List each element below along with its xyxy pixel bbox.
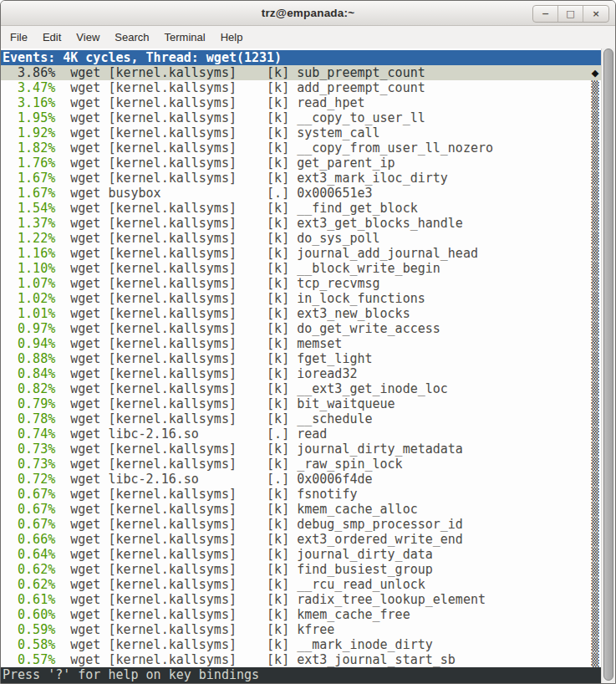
perf-row[interactable]: 0.66% wget [kernel.kallsyms] [k] ext3_or… bbox=[1, 532, 601, 547]
row-symbol-text: wget [kernel.kallsyms] [k] do_sys_poll bbox=[55, 231, 379, 246]
perf-row[interactable]: 3.47% wget [kernel.kallsyms] [k] add_pre… bbox=[1, 80, 601, 95]
close-button[interactable]: × bbox=[583, 6, 608, 22]
scroll-track-icon: ▒ bbox=[591, 291, 598, 306]
scroll-track-icon: ▒ bbox=[591, 201, 598, 216]
perf-row[interactable]: 1.82% wget [kernel.kallsyms] [k] __copy_… bbox=[1, 140, 601, 156]
perf-row[interactable]: 0.62% wget [kernel.kallsyms] [k] __rcu_r… bbox=[1, 577, 601, 592]
row-symbol-text: wget [kernel.kallsyms] [k] system_call bbox=[55, 125, 379, 140]
scroll-track-icon: ▒ bbox=[591, 502, 598, 517]
perf-row[interactable]: 0.59% wget [kernel.kallsyms] [k] kfree▒ bbox=[1, 622, 601, 637]
scroll-track-icon: ▒ bbox=[591, 336, 598, 351]
scroll-track-icon: ▒ bbox=[591, 276, 598, 291]
scroll-track-icon: ▒ bbox=[591, 562, 598, 577]
scroll-track-icon: ▒ bbox=[591, 472, 598, 487]
scroll-track-icon: ▒ bbox=[591, 396, 598, 411]
row-symbol-text: wget [kernel.kallsyms] [k] __copy_from_u… bbox=[55, 140, 493, 156]
menu-item-search[interactable]: Search bbox=[107, 28, 156, 47]
menu-item-help[interactable]: Help bbox=[213, 28, 251, 47]
maximize-button[interactable]: □ bbox=[558, 6, 583, 22]
perf-row[interactable]: 0.57% wget [kernel.kallsyms] [k] ext3_jo… bbox=[1, 652, 601, 667]
scroll-track-icon: ▒ bbox=[591, 381, 598, 396]
terminal-window: trz@empanada:~ − □ × FileEditViewSearchT… bbox=[0, 0, 616, 684]
scroll-position-icon: ◆ bbox=[591, 65, 598, 80]
perf-row[interactable]: 0.94% wget [kernel.kallsyms] [k] memset▒ bbox=[1, 336, 601, 351]
scroll-track-icon: ▒ bbox=[591, 532, 598, 547]
row-percent: 1.16% bbox=[3, 246, 55, 261]
perf-row[interactable]: 1.67% wget busybox [.] 0x000651e3▒ bbox=[1, 186, 601, 201]
perf-row[interactable]: 0.58% wget [kernel.kallsyms] [k] __mark_… bbox=[1, 637, 601, 652]
row-percent: 1.54% bbox=[3, 201, 55, 216]
perf-row[interactable]: 0.82% wget [kernel.kallsyms] [k] __ext3_… bbox=[1, 381, 601, 396]
perf-row[interactable]: 0.67% wget [kernel.kallsyms] [k] fsnotif… bbox=[1, 487, 601, 502]
window-title: trz@empanada:~ bbox=[262, 7, 355, 19]
row-symbol-text: wget [kernel.kallsyms] [k] fsnotify bbox=[55, 487, 357, 502]
scroll-track-icon: ▒ bbox=[591, 216, 598, 231]
menu-item-edit[interactable]: Edit bbox=[35, 28, 69, 47]
row-symbol-text: wget [kernel.kallsyms] [k] __copy_to_use… bbox=[55, 110, 425, 125]
perf-row[interactable]: 0.61% wget [kernel.kallsyms] [k] radix_t… bbox=[1, 592, 601, 607]
row-percent: 1.10% bbox=[3, 261, 55, 276]
row-symbol-text: wget [kernel.kallsyms] [k] kfree bbox=[55, 622, 334, 637]
perf-row[interactable]: 1.10% wget [kernel.kallsyms] [k] __block… bbox=[1, 261, 601, 276]
row-symbol-text: wget [kernel.kallsyms] [k] journal_dirty… bbox=[55, 547, 433, 562]
scrollbar-thumb[interactable] bbox=[603, 48, 613, 681]
perf-row[interactable]: 0.73% wget [kernel.kallsyms] [k] journal… bbox=[1, 442, 601, 457]
row-percent: 0.94% bbox=[3, 336, 55, 351]
perf-row[interactable]: 0.64% wget [kernel.kallsyms] [k] journal… bbox=[1, 547, 601, 562]
menu-item-file[interactable]: File bbox=[3, 28, 35, 47]
scroll-track-icon: ▒ bbox=[591, 487, 598, 502]
scroll-track-icon: ▒ bbox=[591, 652, 598, 667]
scroll-track-icon: ▒ bbox=[591, 95, 598, 110]
perf-row[interactable]: 1.67% wget [kernel.kallsyms] [k] ext3_ma… bbox=[1, 171, 601, 186]
menu-item-terminal[interactable]: Terminal bbox=[157, 28, 213, 47]
perf-row[interactable]: 1.02% wget [kernel.kallsyms] [k] in_lock… bbox=[1, 291, 601, 306]
perf-row[interactable]: 1.76% wget [kernel.kallsyms] [k] get_par… bbox=[1, 156, 601, 171]
perf-row[interactable]: 0.97% wget [kernel.kallsyms] [k] do_get_… bbox=[1, 321, 601, 336]
perf-row[interactable]: 1.95% wget [kernel.kallsyms] [k] __copy_… bbox=[1, 110, 601, 125]
perf-row[interactable]: 0.84% wget [kernel.kallsyms] [k] ioread3… bbox=[1, 366, 601, 381]
row-symbol-text: wget [kernel.kallsyms] [k] ext3_mark_ilo… bbox=[55, 171, 448, 186]
perf-row[interactable]: 0.74% wget libc-2.16.so [.] read▒ bbox=[1, 426, 601, 442]
row-symbol-text: wget [kernel.kallsyms] [k] ext3_journal_… bbox=[55, 652, 456, 667]
titlebar[interactable]: trz@empanada:~ − □ × bbox=[1, 1, 615, 26]
row-percent: 0.73% bbox=[3, 457, 55, 472]
row-symbol-text: wget [kernel.kallsyms] [k] ext3_get_bloc… bbox=[55, 216, 463, 231]
perf-row[interactable]: 1.37% wget [kernel.kallsyms] [k] ext3_ge… bbox=[1, 216, 601, 231]
perf-row[interactable]: 1.07% wget [kernel.kallsyms] [k] tcp_rec… bbox=[1, 276, 601, 291]
perf-row[interactable]: 0.62% wget [kernel.kallsyms] [k] find_bu… bbox=[1, 562, 601, 577]
perf-row[interactable]: 1.54% wget [kernel.kallsyms] [k] __find_… bbox=[1, 201, 601, 216]
scroll-track-icon: ▒ bbox=[591, 246, 598, 261]
perf-row[interactable]: 0.78% wget [kernel.kallsyms] [k] __sched… bbox=[1, 411, 601, 426]
row-symbol-text: wget [kernel.kallsyms] [k] sub_preempt_c… bbox=[55, 65, 425, 80]
perf-row[interactable]: 1.16% wget [kernel.kallsyms] [k] journal… bbox=[1, 246, 601, 261]
row-percent: 0.57% bbox=[3, 652, 55, 667]
perf-row[interactable]: 1.22% wget [kernel.kallsyms] [k] do_sys_… bbox=[1, 231, 601, 246]
row-percent: 1.67% bbox=[3, 171, 55, 186]
perf-row[interactable]: 0.67% wget [kernel.kallsyms] [k] kmem_ca… bbox=[1, 502, 601, 517]
perf-row[interactable]: 3.16% wget [kernel.kallsyms] [k] read_hp… bbox=[1, 95, 601, 110]
perf-row[interactable]: 1.92% wget [kernel.kallsyms] [k] system_… bbox=[1, 125, 601, 140]
perf-row[interactable]: 1.01% wget [kernel.kallsyms] [k] ext3_ne… bbox=[1, 306, 601, 321]
perf-row[interactable]: 3.86% wget [kernel.kallsyms] [k] sub_pre… bbox=[1, 65, 601, 80]
menubar: FileEditViewSearchTerminalHelp bbox=[1, 26, 615, 48]
scroll-track-icon: ▒ bbox=[591, 577, 598, 592]
perf-row[interactable]: 0.72% wget libc-2.16.so [.] 0x0006f4de▒ bbox=[1, 472, 601, 487]
perf-row[interactable]: 0.73% wget [kernel.kallsyms] [k] _raw_sp… bbox=[1, 457, 601, 472]
perf-row[interactable]: 0.79% wget [kernel.kallsyms] [k] bit_wai… bbox=[1, 396, 601, 411]
terminal-scrollbar[interactable] bbox=[601, 48, 615, 683]
scroll-track-icon: ▒ bbox=[591, 110, 598, 125]
terminal-viewport[interactable]: Events: 4K cycles, Thread: wget(1231) 3.… bbox=[1, 48, 615, 683]
menu-item-view[interactable]: View bbox=[69, 28, 107, 47]
window-controls: − □ × bbox=[532, 5, 609, 23]
perf-row[interactable]: 0.67% wget [kernel.kallsyms] [k] debug_s… bbox=[1, 517, 601, 532]
scroll-track-icon: ▒ bbox=[591, 171, 598, 186]
row-percent: 1.76% bbox=[3, 156, 55, 171]
row-symbol-text: wget libc-2.16.so [.] read bbox=[55, 426, 327, 442]
scroll-track-icon: ▒ bbox=[591, 231, 598, 246]
perf-row[interactable]: 0.60% wget [kernel.kallsyms] [k] kmem_ca… bbox=[1, 607, 601, 622]
row-percent: 0.64% bbox=[3, 547, 55, 562]
row-symbol-text: wget [kernel.kallsyms] [k] memset bbox=[55, 336, 342, 351]
scroll-track-icon: ▒ bbox=[591, 592, 598, 607]
perf-row[interactable]: 0.88% wget [kernel.kallsyms] [k] fget_li… bbox=[1, 351, 601, 366]
minimize-button[interactable]: − bbox=[533, 6, 558, 22]
